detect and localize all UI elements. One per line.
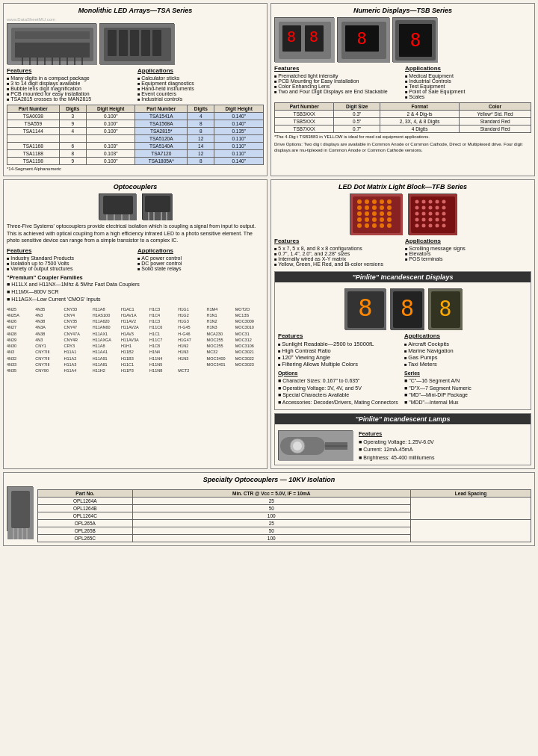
part: H1AS100: [93, 312, 121, 318]
led-array-image-2: [99, 23, 174, 64]
pinlite-image-1: 8: [344, 288, 386, 329]
part: H1C3: [149, 318, 178, 324]
opto-images: [7, 193, 264, 220]
part: CNY7III: [35, 349, 64, 355]
part: 4N27: [7, 324, 35, 330]
applications-list: Medical Equipment Industrial Controls Te…: [405, 73, 531, 99]
led-matrix-image-1: [350, 193, 402, 235]
svg-point-54: [365, 205, 369, 210]
pinlite-incandescent-subsection: "Pinlite" Incandescent Displays 8: [274, 271, 531, 410]
svg-point-97: [428, 223, 432, 227]
cell: [411, 520, 531, 542]
applications-heading: Applications: [404, 332, 528, 339]
cell: 8: [188, 128, 214, 135]
series-list: ■ "C"—16 Segment A/N ■ "D"X—7 Segment Nu…: [404, 377, 528, 406]
col-header: Digit Height: [86, 105, 135, 113]
cell: 0.100": [86, 113, 135, 120]
led-matrix-images: [274, 193, 531, 235]
part: MOC3009: [235, 318, 264, 324]
part: 4N3A: [35, 324, 64, 330]
svg-point-68: [357, 223, 362, 228]
cell: TSB7XXX: [275, 126, 334, 133]
option-item: ■ Accessories: Decoder/Drivers, Mating C…: [278, 399, 401, 406]
app-item: Medical Equipment: [405, 73, 531, 78]
cell: TSA1805A*: [135, 158, 188, 165]
col-header: Digit Height: [214, 105, 264, 113]
cell: TSA1188: [7, 150, 60, 158]
app-item: DC power control: [137, 261, 264, 266]
cell: 8: [59, 150, 86, 158]
part: 4N28: [7, 331, 35, 337]
features-heading: Features: [278, 332, 401, 339]
part: H1G3: [178, 318, 206, 324]
col-header: Format: [380, 103, 460, 111]
series-item: ■ "C"—16 Segment A/N: [404, 377, 528, 385]
cell: 12: [188, 135, 214, 143]
svg-point-49: [365, 199, 369, 204]
svg-rect-18: [141, 30, 150, 56]
pinlite-image-2: 8: [390, 288, 424, 329]
led-matrix-section: LED Dot Matrix Light Block—TFB Series: [270, 179, 535, 470]
part: H11C1: [121, 362, 149, 368]
pinlite-image-3: 8: [428, 288, 462, 329]
svg-point-80: [415, 205, 418, 209]
cell: 0.110": [214, 143, 264, 150]
premium-item: ■ H11AGX—Low Current 'CMOS' Inputs: [7, 296, 264, 303]
svg-point-84: [442, 205, 445, 209]
part: H1M4: [207, 306, 235, 312]
app-item: Gas Pumps: [404, 354, 528, 361]
part: [178, 362, 206, 368]
cell: TSA1541A: [135, 113, 188, 120]
part: MC13S: [235, 312, 264, 318]
col-header: Digit Size: [334, 103, 380, 111]
specialty-content: Part No. Min. CTR @ Vcc = 5.0V, IF = 10m…: [7, 486, 531, 542]
part: H11A8: [93, 343, 121, 349]
cell: 2 & 4 Dig-ts: [380, 111, 460, 118]
part: H11C7: [149, 337, 178, 343]
pinlite-options: Options ■ Character Sizes: 0.167" to 0.6…: [278, 371, 401, 406]
app-item: Solid state relays: [137, 266, 264, 271]
cell: OPL1264B: [38, 505, 133, 512]
monolithic-led-title: Monolithic LED Arrays—TSA Series: [7, 7, 264, 14]
opto-body-text: Three-Five Systems' optocouplers provide…: [7, 223, 264, 244]
svg-point-62: [387, 211, 392, 216]
col-header: Lead Spacing: [411, 490, 531, 498]
app-item: Taxi Meters: [404, 361, 528, 368]
part: H1N4: [149, 349, 178, 355]
cell: 100: [132, 512, 410, 520]
svg-point-50: [372, 199, 377, 204]
specialty-image: [7, 486, 33, 531]
parts-grid: 4N254N35CNY33H11A8H1AC1H1C3H1G1H1M4MOT2O…: [7, 306, 264, 374]
part: 4N35: [7, 368, 35, 374]
part: 4N32: [7, 356, 35, 362]
part: H11A1: [64, 349, 92, 355]
part: H1G2: [178, 312, 206, 318]
app-item: Calculator sticks: [137, 75, 264, 81]
part: H11AV2A: [121, 324, 149, 330]
option-item: ■ Character Sizes: 0.167" to 0.635": [278, 377, 401, 385]
applications-heading: Applications: [137, 247, 264, 254]
led-matrix-feat-app: Features 5 x 7, 5 x 8, and 8 x 8 configu…: [274, 238, 531, 267]
cell: 0.135": [214, 128, 264, 135]
svg-point-55: [372, 205, 377, 210]
svg-text:8: 8: [309, 28, 318, 46]
svg-point-51: [380, 199, 384, 204]
monolithic-table: Part Number Digits Digit Height Part Num…: [7, 105, 264, 165]
svg-point-77: [428, 199, 432, 203]
monolithic-applications: Applications Calculator sticks Equipment…: [137, 67, 264, 102]
svg-text:8: 8: [358, 294, 372, 322]
part: MOC3022: [235, 356, 264, 362]
optocouplers-section: Optocouplers: [3, 179, 268, 470]
part: CNY90: [35, 368, 64, 374]
svg-rect-35: [103, 196, 133, 214]
cell: 0.100": [86, 128, 135, 135]
cell: 0.103": [86, 143, 135, 150]
part: H11A620: [93, 318, 121, 324]
part: 4N25A: [7, 312, 35, 318]
pinlite-content: 8 8: [275, 285, 531, 409]
opto-feat-app: Features Industry Standard Products Isol…: [7, 247, 264, 271]
cell: [411, 498, 531, 520]
table-row: TSA559 9 0.100" TSA1568A 8 0.140": [7, 120, 264, 128]
part: H1G1: [178, 306, 206, 312]
cell: [7, 135, 60, 143]
